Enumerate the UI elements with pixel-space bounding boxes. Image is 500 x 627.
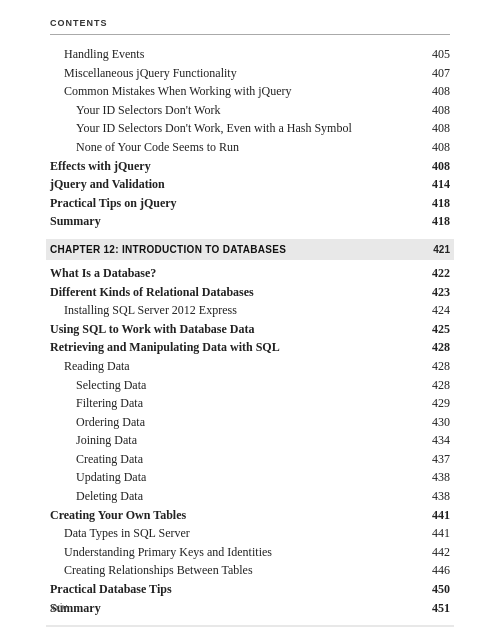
toc-entry: Selecting Data428 [50,376,450,395]
toc-entry-title: Practical Database Tips [50,580,422,599]
contents-label: CONTENTS [50,18,450,28]
toc-entry: Updating Data438 [50,468,450,487]
toc-entry-title: None of Your Code Seems to Run [76,138,422,157]
toc-entry-page: 418 [422,194,450,213]
toc-entry: Filtering Data429 [50,394,450,413]
toc-entry-title: Ordering Data [76,413,422,432]
toc-entry-title: Your ID Selectors Don't Work [76,101,422,120]
toc-entry: Practical Tips on jQuery418 [50,194,450,213]
header-divider [50,34,450,35]
toc-entry-page: 425 [422,320,450,339]
toc-entry: Creating Relationships Between Tables446 [50,561,450,580]
toc-entry-title: Common Mistakes When Working with jQuery [64,82,422,101]
toc-entry-title: Your ID Selectors Don't Work, Even with … [76,119,422,138]
toc-entry-page: 428 [422,357,450,376]
toc-entry-title: Different Kinds of Relational Databases [50,283,422,302]
chapter-page: 421 [422,242,450,257]
toc-entry: Your ID Selectors Don't Work408 [50,101,450,120]
toc-entry-title: Reading Data [64,357,422,376]
toc-entry: Installing SQL Server 2012 Express424 [50,301,450,320]
toc-entry-title: Using SQL to Work with Database Data [50,320,422,339]
toc-entry: jQuery and Validation414 [50,175,450,194]
toc-entry: Creating Data437 [50,450,450,469]
toc-entry-title: Summary [50,599,422,618]
toc-entry-title: Summary [50,212,422,231]
toc-entry: Different Kinds of Relational Databases4… [50,283,450,302]
toc-entry: Data Types in SQL Server441 [50,524,450,543]
toc-entry: None of Your Code Seems to Run408 [50,138,450,157]
toc-entry-title: Creating Relationships Between Tables [64,561,422,580]
toc-entry-page: 408 [422,157,450,176]
toc-entry: Handling Events405 [50,45,450,64]
toc-entry: Reading Data428 [50,357,450,376]
toc-entry: Creating Your Own Tables441 [50,506,450,525]
toc-entry: Deleting Data438 [50,487,450,506]
toc-entry: Summary418 [50,212,450,231]
chapter-title: CHAPTER 12: INTRODUCTION TO DATABASES [50,242,422,257]
toc-entry-page: 408 [422,101,450,120]
toc-entry-page: 428 [422,376,450,395]
toc-entry-page: 434 [422,431,450,450]
toc-entry-title: Handling Events [64,45,422,64]
toc-entry-page: 450 [422,580,450,599]
toc-entry-page: 407 [422,64,450,83]
toc-entry-page: 438 [422,487,450,506]
toc-entry-title: Deleting Data [76,487,422,506]
toc-entry-page: 438 [422,468,450,487]
toc-entry-page: 437 [422,450,450,469]
toc-entry: Understanding Primary Keys and Identitie… [50,543,450,562]
toc-entry: Miscellaneous jQuery Functionality407 [50,64,450,83]
toc-entry-title: Updating Data [76,468,422,487]
toc-entry-page: 428 [422,338,450,357]
toc-entry-page: 414 [422,175,450,194]
toc-entry-page: 442 [422,543,450,562]
toc-entry-page: 408 [422,138,450,157]
toc-entry-title: Data Types in SQL Server [64,524,422,543]
toc-entry-page: 408 [422,82,450,101]
toc-entry-title: Creating Data [76,450,422,469]
toc-entry: Practical Database Tips450 [50,580,450,599]
page-footer: xxiv [50,602,67,613]
toc-entry-page: 441 [422,506,450,525]
toc-entry-title: Creating Your Own Tables [50,506,422,525]
toc-entry-page: 424 [422,301,450,320]
toc-entry-page: 418 [422,212,450,231]
toc-entry: Retrieving and Manipulating Data with SQ… [50,338,450,357]
toc-entry: Effects with jQuery408 [50,157,450,176]
toc-entry-title: Filtering Data [76,394,422,413]
toc-entry-title: Practical Tips on jQuery [50,194,422,213]
toc-entry: What Is a Database?422 [50,264,450,283]
toc-entry: Using SQL to Work with Database Data425 [50,320,450,339]
toc-entry-title: Effects with jQuery [50,157,422,176]
toc-entry-title: Miscellaneous jQuery Functionality [64,64,422,83]
toc-entry: Summary451 [50,599,450,618]
toc-entry-page: 408 [422,119,450,138]
toc-entry-title: Understanding Primary Keys and Identitie… [64,543,422,562]
toc-entry-page: 441 [422,524,450,543]
toc-entry-title: Installing SQL Server 2012 Express [64,301,422,320]
toc-entry: Joining Data434 [50,431,450,450]
toc-entry-page: 422 [422,264,450,283]
toc-entry-title: jQuery and Validation [50,175,422,194]
page: CONTENTS Handling Events405Miscellaneous… [0,0,500,627]
toc-entry-page: 423 [422,283,450,302]
toc-container: Handling Events405Miscellaneous jQuery F… [50,45,450,627]
toc-entry: Ordering Data430 [50,413,450,432]
toc-entry-page: 451 [422,599,450,618]
toc-entry-title: Joining Data [76,431,422,450]
toc-entry: Common Mistakes When Working with jQuery… [50,82,450,101]
toc-entry-title: What Is a Database? [50,264,422,283]
toc-entry-page: 429 [422,394,450,413]
chapter-heading: CHAPTER 12: INTRODUCTION TO DATABASES421 [46,239,454,260]
toc-entry-title: Selecting Data [76,376,422,395]
toc-entry-page: 405 [422,45,450,64]
toc-entry-page: 430 [422,413,450,432]
toc-entry-page: 446 [422,561,450,580]
toc-entry: Your ID Selectors Don't Work, Even with … [50,119,450,138]
toc-entry-title: Retrieving and Manipulating Data with SQ… [50,338,422,357]
